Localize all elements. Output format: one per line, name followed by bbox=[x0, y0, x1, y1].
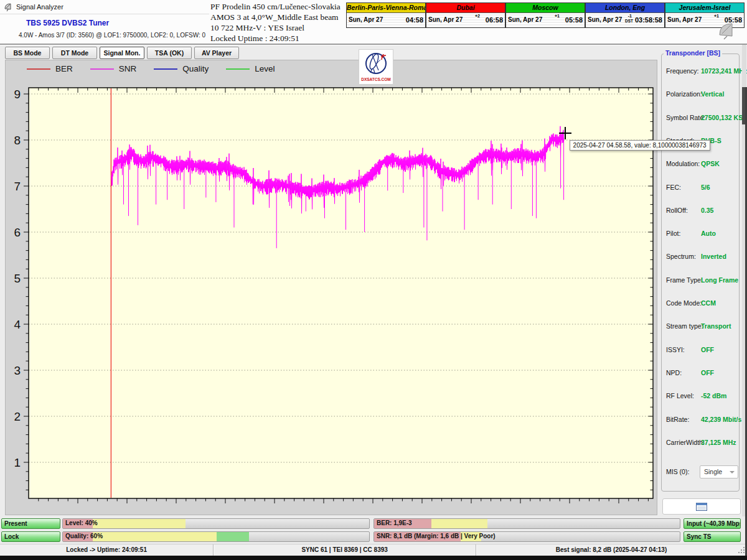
clock-utc-offset: +1 bbox=[714, 14, 719, 18]
tuner-name: TBS 5925 DVBS2 Tuner bbox=[26, 19, 109, 27]
transponder-row-value: OFF bbox=[701, 369, 714, 376]
tab-dt-mode[interactable]: DT Mode bbox=[52, 47, 97, 59]
input-bitrate-indicator: Input (~40,39 Mbps) bbox=[684, 518, 741, 529]
statusbar-segment: SYNC 61 | TEI 8369 | CC 8393 bbox=[214, 544, 476, 556]
resize-grip[interactable] bbox=[738, 547, 745, 553]
transponder-row-label: Symbol Rate: bbox=[666, 114, 705, 121]
level-progressbar: Level: 40% bbox=[62, 518, 370, 529]
clock-utc-offset: +2 bbox=[475, 14, 480, 18]
progress-segment bbox=[217, 532, 249, 541]
site-info-line: PF Prodelin 450 cm/Lučenec-Slovakia bbox=[210, 1, 344, 12]
clock-dst-flag: DST bbox=[625, 19, 633, 23]
clock-body: Sun, Apr 27+105:58 bbox=[506, 13, 585, 27]
y-axis-label: 8 bbox=[14, 134, 21, 147]
transponder-row-value: QPSK bbox=[701, 160, 720, 167]
site-info: PF Prodelin 450 cm/Lučenec-SlovakiaAMOS … bbox=[210, 1, 344, 44]
snr-progressbar: SNR: 8,1 dB (Margin: 1,6 dB | Very Poor) bbox=[374, 531, 680, 542]
mode-tabs: BS ModeDT ModeSignal Mon.TSA (OK)AV Play… bbox=[5, 47, 239, 59]
clock-date: Sun, Apr 27 bbox=[667, 16, 702, 23]
clock-date: Sun, Apr 27 bbox=[349, 16, 383, 23]
y-axis-label: 2 bbox=[14, 410, 21, 423]
quality-progressbar: Quality: 60% bbox=[62, 531, 370, 542]
site-info-line: 10 722 MHz-V : YES Israel bbox=[210, 22, 344, 33]
clock-date: Sun, Apr 27 bbox=[428, 16, 463, 23]
transport-list-icon bbox=[696, 503, 707, 511]
tab-av-player[interactable]: AV Player bbox=[194, 47, 239, 59]
snr-chart-plot[interactable]: 123456789 bbox=[6, 60, 658, 516]
mis-dropdown[interactable]: Single bbox=[700, 465, 738, 478]
status-bar: Locked -> Uptime: 24:09:51SYNC 61 | TEI … bbox=[0, 544, 747, 556]
y-axis-label: 3 bbox=[14, 364, 21, 377]
window-title: Signal Analyzer bbox=[16, 3, 63, 11]
clock-time: 03:58:58 bbox=[635, 16, 662, 24]
site-info-line: AMOS 3 at 4,0°W_Middle East beam bbox=[210, 12, 344, 22]
clock-date: Sun, Apr 27 bbox=[508, 16, 542, 23]
transponder-row-label: Code Mode: bbox=[666, 299, 702, 307]
clock-city: Jerusalem-Israel bbox=[665, 3, 744, 13]
tuner-config: 4.0W - Amos 3/7 (ID: 3560) @ LOF1: 97500… bbox=[19, 32, 205, 39]
world-clocks: Berlin-Paris-Vienna-RomaSun, Apr 2704:58… bbox=[346, 2, 745, 28]
chevron-down-icon bbox=[730, 471, 735, 474]
satellite-dish-icon bbox=[715, 19, 738, 40]
transponder-row-value: 37,125 MHz bbox=[701, 439, 736, 446]
transponder-row-label: CarrierWidth: bbox=[666, 439, 705, 446]
transponder-panel: Transponder [BS] Frequency:10723,241 MHz… bbox=[660, 45, 743, 516]
y-axis-label: 6 bbox=[14, 226, 21, 239]
transponder-row-value: 0.35 bbox=[701, 207, 713, 214]
crosshair-cursor bbox=[565, 127, 566, 139]
tab-tsa-ok-[interactable]: TSA (OK) bbox=[147, 47, 192, 59]
clock-utc-offset: -1 bbox=[628, 14, 632, 18]
mis-value: Single bbox=[704, 468, 722, 475]
transponder-row-value: Inverted bbox=[701, 253, 726, 260]
transponder-row-value: 42,239 Mbit/s bbox=[701, 416, 741, 423]
progress-segment bbox=[93, 532, 217, 541]
satellite-dish-icon bbox=[4, 2, 13, 12]
transport-list-button[interactable] bbox=[662, 498, 741, 515]
y-axis-label: 5 bbox=[14, 272, 21, 285]
site-info-line: Locked Uptime : 24:09:51 bbox=[210, 33, 344, 44]
clock-time: 04:58 bbox=[406, 16, 423, 24]
statusbar-segment: Best signal: 8,2 dB (2025-04-27 04:13) bbox=[476, 544, 747, 556]
present-indicator: Present bbox=[1, 518, 60, 529]
clock-body: Sun, Apr 27-1DST03:58:58 bbox=[586, 13, 664, 27]
clock-date: Sun, Apr 27 bbox=[588, 16, 622, 23]
transponder-row-label: Stream type: bbox=[666, 322, 703, 330]
transponder-row-label: Frequency: bbox=[666, 67, 699, 75]
transponder-row-value: 5/6 bbox=[701, 184, 710, 191]
transponder-row-label: ISSYI: bbox=[666, 346, 685, 353]
y-axis-label: 9 bbox=[14, 88, 21, 101]
tab-signal-mon-[interactable]: Signal Mon. bbox=[100, 47, 144, 59]
transponder-row-label: Modulation: bbox=[666, 160, 700, 167]
world-clock: DubaiSun, Apr 27+206:58 bbox=[426, 2, 505, 28]
clock-utc-offset: +1 bbox=[555, 14, 560, 18]
clock-body: Sun, Apr 27+206:58 bbox=[426, 13, 505, 27]
chart-panel[interactable]: BERSNRQualityLevel 123456789 bbox=[5, 60, 657, 515]
progress-label: SNR: 8,1 dB (Margin: 1,6 dB | Very Poor) bbox=[377, 533, 496, 539]
logo-caption: DXSATCS.COM bbox=[361, 77, 391, 82]
transponder-row-label: Spectrum: bbox=[666, 253, 696, 260]
transponder-title: Transponder [BS] bbox=[664, 49, 722, 57]
transponder-row-value: Auto bbox=[701, 230, 716, 237]
transponder-row-label: Frame Type: bbox=[666, 276, 703, 284]
transponder-row-value: CCM bbox=[701, 299, 716, 307]
tab-bs-mode[interactable]: BS Mode bbox=[5, 47, 50, 59]
transponder-row-value: 10723,241 MHz bbox=[701, 67, 747, 75]
y-axis-label: 1 bbox=[14, 456, 21, 469]
sync-ts-indicator: Sync TS bbox=[684, 531, 741, 542]
clock-time: 06:58 bbox=[486, 16, 503, 24]
dxsatcs-logo: DXSATCS.COM bbox=[359, 49, 393, 85]
clock-body: Sun, Apr 2704:58 bbox=[347, 13, 425, 27]
divider bbox=[0, 14, 209, 14]
window-edge bbox=[0, 556, 747, 560]
transponder-row-value: 27500,132 KS/s bbox=[701, 114, 747, 121]
transponder-row-label: Polarization: bbox=[666, 90, 702, 98]
transponder-row-label: FEC: bbox=[666, 184, 681, 191]
separator bbox=[0, 44, 747, 45]
clock-city: Dubai bbox=[426, 3, 505, 13]
progress-segment bbox=[93, 519, 186, 528]
clock-city: Moscow bbox=[506, 3, 585, 13]
clock-city: London, Eng bbox=[586, 3, 664, 13]
transponder-row-value: Long Frame bbox=[701, 276, 738, 284]
transponder-row-label: RF Level: bbox=[666, 392, 694, 399]
progress-label: Quality: 60% bbox=[65, 533, 103, 539]
